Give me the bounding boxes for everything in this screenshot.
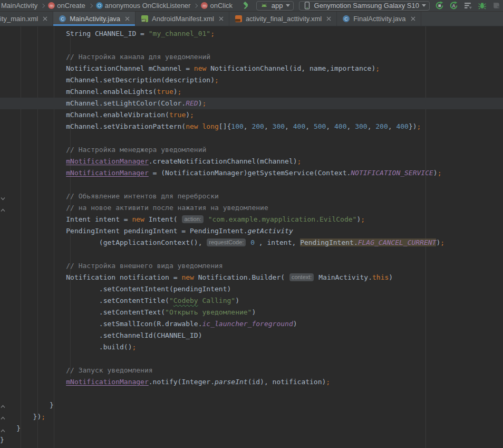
code-token: NotificationChannel(id, name,importance) <box>206 64 375 72</box>
code-token: 400 <box>396 122 408 130</box>
fold-marker-icon[interactable] <box>1 426 5 431</box>
code-token: new <box>186 122 198 130</box>
code-token: NotificationChannel mChannel = <box>0 64 194 72</box>
code-line[interactable]: } <box>0 434 503 446</box>
close-icon[interactable] <box>219 16 224 21</box>
code-line[interactable]: // на новое активити после нажатия на ув… <box>0 202 503 214</box>
code-area[interactable]: String CHANNEL_ID = "my_channel_01"; // … <box>0 26 503 446</box>
editor-tab-bar: ity_main.xmlCMainActivity.javaMFAndroidM… <box>0 12 503 26</box>
code-token: , <box>305 122 314 130</box>
code-token: Notification notification = <box>0 273 181 281</box>
fold-marker-icon[interactable] <box>1 413 5 418</box>
code-line[interactable]: Notification notification = new Notifica… <box>0 272 503 283</box>
code-line[interactable]: mNotificationManager = (NotificationMana… <box>0 167 503 179</box>
code-token: // Запуск уведомления <box>0 366 153 374</box>
code-line[interactable]: mNotificationManager.notify(Integer.pars… <box>0 376 503 388</box>
apply-changes-restart-icon[interactable] <box>435 1 444 10</box>
code-token: // Настройка менеджера уведомлений <box>0 146 206 154</box>
code-editor[interactable]: String CHANNEL_ID = "my_channel_01"; // … <box>0 26 503 448</box>
close-icon[interactable] <box>326 16 331 21</box>
code-line[interactable]: mChannel.enableLights(true); <box>0 86 503 98</box>
svg-text:C: C <box>344 16 348 22</box>
fold-marker-icon[interactable] <box>1 194 5 198</box>
code-line[interactable] <box>0 249 503 260</box>
svg-text:C: C <box>61 16 65 22</box>
code-token: mChannel.setLightColor(Color. <box>0 99 186 107</box>
code-line[interactable] <box>0 132 503 144</box>
code-token: ) <box>235 297 239 304</box>
code-line[interactable]: mChannel.setLightColor(Color.RED); <box>0 98 503 109</box>
code-line[interactable]: // Настройка внешнего вида уведомления <box>0 260 503 272</box>
close-icon[interactable] <box>43 16 47 21</box>
close-icon[interactable] <box>411 16 415 21</box>
code-line[interactable] <box>0 40 503 51</box>
code-line[interactable]: // Настройка менеджера уведомлений <box>0 144 503 156</box>
code-line[interactable]: .build(); <box>0 341 503 353</box>
tab-label: MainActivity.java <box>70 15 120 23</box>
tab-AndroidManifest-xml[interactable]: MFAndroidManifest.xml <box>136 12 229 26</box>
code-token: NOTIFICATION_SERVICE <box>351 169 433 177</box>
code-line[interactable]: mChannel.setVibrationPattern(new long[]{… <box>0 121 503 132</box>
code-line[interactable] <box>0 179 503 190</box>
breadcrumb-item[interactable]: onClick <box>210 2 233 9</box>
tab-FinalActtivity-java[interactable]: CFinalActtivity.java <box>337 12 421 26</box>
code-line[interactable]: NotificationChannel mChannel = new Notif… <box>0 63 503 74</box>
code-line[interactable]: .setChannelId(CHANNEL_ID) <box>0 330 503 341</box>
tab-activity_final_acttivity-xml[interactable]: activity_final_acttivity.xml <box>229 12 337 26</box>
code-token: ; <box>440 239 444 246</box>
code-line[interactable]: mChannel.enableVibration(true); <box>0 109 503 121</box>
code-token: }) <box>0 413 41 421</box>
breadcrumb-item[interactable]: MainActivity <box>1 2 37 9</box>
run-configuration-select[interactable]: app <box>256 1 294 11</box>
code-line[interactable]: String CHANNEL_ID = "my_channel_01"; <box>0 28 503 40</box>
code-line[interactable]: PendingIntent pendingIntent = PendingInt… <box>0 225 503 237</box>
breadcrumb-item[interactable]: anonymous OnClickListener <box>105 2 191 9</box>
code-line[interactable]: // Запуск уведомления <box>0 365 503 376</box>
code-line[interactable]: .setSmallIcon(R.drawable.ic_launcher_for… <box>0 318 503 330</box>
debug-icon[interactable] <box>478 1 487 10</box>
code-line[interactable]: mNotificationManager.createNotificationC… <box>0 156 503 167</box>
code-line[interactable]: .setContentTitle("Codeby Calling") <box>0 295 503 307</box>
tab-MainActivity-java[interactable]: CMainActivity.java <box>53 12 136 26</box>
code-line[interactable]: .setContentIntent(pendingIntent) <box>0 283 503 295</box>
code-token: ; <box>438 169 442 177</box>
code-token: 0 <box>250 239 255 246</box>
code-token: , <box>388 122 396 130</box>
code-token: .setSmallIcon(R.drawable. <box>0 320 202 328</box>
code-line[interactable]: } <box>0 423 503 434</box>
code-token: , <box>367 122 376 130</box>
code-line[interactable]: }); <box>0 411 503 423</box>
breadcrumb-item[interactable]: onCreate <box>57 2 85 9</box>
code-line[interactable]: } <box>0 399 503 411</box>
code-token: ; <box>297 157 302 165</box>
code-line[interactable] <box>0 353 503 365</box>
code-token: mNotificationManager <box>66 169 149 177</box>
layout-xml-icon <box>235 15 243 23</box>
code-token <box>0 169 66 177</box>
apply-code-changes-icon[interactable]: A <box>449 1 458 10</box>
code-token: mChannel.setDescription(description) <box>0 76 215 84</box>
code-line[interactable] <box>0 388 503 399</box>
profiler-icon[interactable] <box>463 1 472 10</box>
code-token: , <box>285 122 293 130</box>
code-line[interactable]: mChannel.setDescription(description); <box>0 74 503 86</box>
code-token: MainActivity. <box>314 273 372 281</box>
code-token: this <box>372 273 389 281</box>
fold-marker-icon[interactable] <box>1 402 5 406</box>
fold-marker-icon[interactable] <box>1 205 5 210</box>
code-token: // Настройка внешнего вида уведомления <box>0 262 223 270</box>
code-line[interactable]: // Обьявление интентов для переброски <box>0 190 503 202</box>
build-hammer-icon[interactable] <box>242 1 251 10</box>
code-token: .createNotificationChannel(mChannel) <box>149 157 297 165</box>
close-icon[interactable] <box>125 16 130 21</box>
code-token: 500 <box>314 122 326 130</box>
code-line[interactable]: .setContentText("Открыть уведомление") <box>0 307 503 318</box>
code-line[interactable]: Intent intent = new Intent( action: "com… <box>0 214 503 225</box>
tab-ity_main-xml[interactable]: ity_main.xml <box>0 12 53 26</box>
run-configuration-label: app <box>272 2 283 9</box>
code-token: ) <box>186 111 190 119</box>
code-line[interactable]: // Настройка канала для уведомлений <box>0 51 503 63</box>
device-select[interactable]: Genymotion Samsung Galaxy S10 <box>299 1 430 11</box>
code-line[interactable]: (getApplicationContext(), requestCode: 0… <box>0 237 503 249</box>
attach-debugger-icon[interactable] <box>492 1 501 10</box>
